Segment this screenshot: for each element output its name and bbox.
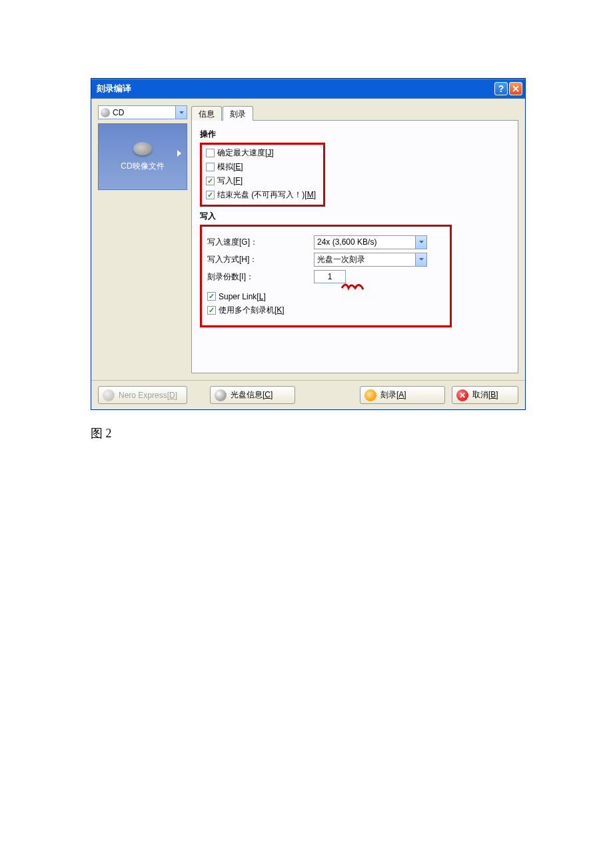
annotation-box-write: 写入速度[G]： 24x (3,600 KB/s) 写入方式[H]： 光盘一次刻… (200, 225, 452, 327)
burn-button[interactable]: 刻录[A] (360, 386, 445, 404)
window-title: 刻录编译 (97, 83, 494, 95)
checkbox-finalize-label: 结束光盘 (不可再写入！)[M] (217, 189, 316, 201)
tab-burn[interactable]: 刻录 (223, 106, 253, 121)
disc-type-combo[interactable]: CD (98, 105, 187, 119)
checkbox-max-speed[interactable] (206, 149, 215, 157)
cd-image-icon (133, 142, 152, 155)
cancel-icon: ✕ (456, 389, 468, 401)
chevron-down-icon (175, 106, 187, 119)
checkbox-finalize[interactable] (206, 191, 215, 199)
tile-label: CD映像文件 (121, 161, 164, 172)
chevron-down-icon (415, 236, 426, 249)
checkbox-max-speed-label: 确定最大速度[J] (217, 147, 274, 159)
cancel-button[interactable]: ✕ 取消[B] (452, 386, 518, 404)
help-button[interactable]: ? (494, 82, 508, 95)
button-row: Nero Express[D] 光盘信息[C] 刻录[A] ✕ 取消[B] (91, 380, 525, 409)
titlebar: 刻录编译 ? (91, 79, 525, 99)
button-label: 刻录[A] (380, 389, 406, 401)
select-write-method[interactable]: 光盘一次刻录 (314, 253, 427, 267)
checkbox-write-label: 写入[F] (217, 175, 243, 187)
dialog-window: 刻录编译 ? CD (91, 78, 526, 410)
button-label: 取消[B] (472, 389, 498, 401)
checkbox-simulate-label: 模拟[E] (217, 161, 243, 173)
disc-icon (101, 108, 110, 117)
label-write-speed: 写入速度[G]： (207, 237, 314, 248)
nero-icon (103, 389, 115, 401)
select-value: 24x (3,600 KB/s) (317, 237, 415, 247)
section-write: 写入 (200, 211, 510, 222)
checkbox-superlink-label: Super Link[L] (219, 292, 266, 301)
tab-info[interactable]: 信息 (191, 106, 222, 121)
checkbox-simulate[interactable] (206, 163, 215, 171)
button-label: 光盘信息[C] (231, 389, 273, 401)
flame-icon (364, 389, 376, 401)
close-button[interactable] (509, 82, 522, 95)
select-value: 光盘一次刻录 (317, 254, 415, 265)
checkbox-multi-recorder-label: 使用多个刻录机[K] (219, 305, 285, 316)
tab-panel-burn: 操作 确定最大速度[J] 模拟[E] 写入[F] (191, 120, 518, 373)
annotation-box-operation: 确定最大速度[J] 模拟[E] 写入[F] 结束光盘 (不可再写入！) (200, 143, 325, 207)
disc-info-button[interactable]: 光盘信息[C] (210, 386, 295, 404)
sidebar-cd-image-tile[interactable]: CD映像文件 (98, 123, 187, 190)
chevron-down-icon (415, 253, 426, 266)
chevron-right-icon (177, 149, 181, 159)
section-operation: 操作 (200, 129, 510, 140)
button-label: Nero Express[D] (119, 391, 177, 400)
nero-express-button[interactable]: Nero Express[D] (98, 386, 187, 404)
figure-caption: 图 2 (91, 425, 112, 441)
checkbox-multi-recorder[interactable] (207, 306, 216, 315)
checkbox-superlink[interactable] (207, 292, 216, 301)
select-write-speed[interactable]: 24x (3,600 KB/s) (314, 235, 427, 249)
disc-icon (215, 389, 227, 401)
label-write-method: 写入方式[H]： (207, 254, 314, 265)
close-icon (512, 85, 519, 92)
combo-value: CD (113, 108, 175, 117)
label-copies: 刻录份数[I]： (207, 271, 314, 283)
checkbox-write[interactable] (206, 177, 215, 185)
annotation-scribble (340, 280, 374, 292)
